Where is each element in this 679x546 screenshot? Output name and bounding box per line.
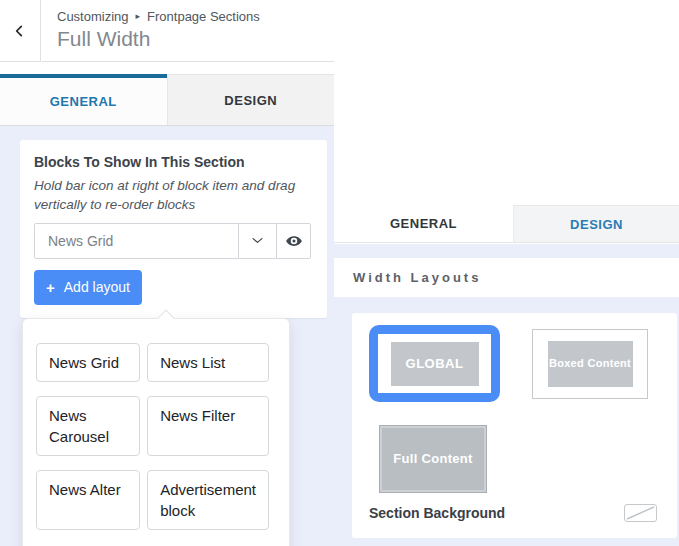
block-item-value[interactable]: News Grid: [35, 224, 238, 258]
layout-option-news-filter[interactable]: News Filter: [147, 396, 269, 456]
transparent-diagonal-icon: [626, 506, 655, 520]
blocks-card: Blocks To Show In This Section Hold bar …: [20, 140, 327, 318]
section-heading-band: Width Layouts: [334, 258, 679, 297]
width-layout-option-boxed-content[interactable]: Boxed Content: [532, 329, 648, 399]
global-option-label: GLOBAL: [391, 342, 479, 386]
width-layouts-row-1: GLOBAL Boxed Content: [369, 325, 657, 402]
block-item-row[interactable]: News Grid: [34, 223, 311, 259]
block-item-expand-button[interactable]: [238, 224, 276, 258]
breadcrumb-part: Customizing: [57, 9, 129, 24]
width-layout-option-global[interactable]: GLOBAL: [369, 325, 500, 402]
block-item-visibility-button[interactable]: [276, 224, 310, 258]
tab-general-right[interactable]: GENERAL: [334, 205, 513, 242]
page-title: Full Width: [57, 27, 334, 51]
breadcrumb-part: Frontpage Sections: [147, 9, 260, 24]
boxed-content-label: Boxed Content: [548, 341, 633, 387]
width-layouts-card: GLOBAL Boxed Content Full Content Sectio…: [352, 313, 677, 538]
tab-design-right[interactable]: DESIGN: [513, 205, 679, 242]
eye-icon: [285, 232, 303, 250]
width-layouts-heading: Width Layouts: [353, 270, 481, 285]
layout-option-news-carousel[interactable]: News Carousel: [36, 396, 140, 456]
blocks-card-heading: Blocks To Show In This Section: [34, 154, 311, 170]
tab-general-left[interactable]: GENERAL: [0, 74, 167, 125]
width-layouts-row-2: Full Content: [379, 425, 657, 493]
chevron-down-icon: [250, 233, 265, 248]
breadcrumb-separator-icon: ▸: [136, 12, 141, 21]
plus-icon: +: [46, 280, 55, 295]
breadcrumb: Customizing ▸ Frontpage Sections: [57, 9, 334, 24]
right-panel: GENERAL DESIGN Width Layouts GLOBAL Boxe…: [334, 0, 679, 546]
customizer-screen: { "header": { "breadcrumb": { "part1": "…: [0, 0, 679, 546]
add-layout-button[interactable]: + Add layout: [34, 270, 142, 305]
layout-option-news-grid[interactable]: News Grid: [36, 343, 140, 382]
left-tab-bar: GENERAL DESIGN: [0, 74, 334, 126]
section-background-label: Section Background: [369, 505, 505, 521]
layout-popup: News Grid News List News Carousel News F…: [22, 318, 290, 546]
blocks-card-description: Hold bar icon at right of block item and…: [34, 177, 311, 215]
layout-option-news-list[interactable]: News List: [147, 343, 269, 382]
back-button[interactable]: [0, 0, 41, 62]
panel-divider: [334, 244, 679, 258]
layout-popup-grid: News Grid News List News Carousel News F…: [36, 343, 269, 530]
chevron-left-icon: [12, 23, 28, 39]
header: Customizing ▸ Frontpage Sections Full Wi…: [42, 0, 334, 62]
layout-option-news-alter[interactable]: News Alter: [36, 470, 140, 530]
design-panel-body: GLOBAL Boxed Content Full Content Sectio…: [334, 297, 679, 546]
right-tab-bar: GENERAL DESIGN: [334, 205, 679, 243]
section-background-swatch[interactable]: [624, 504, 657, 522]
tab-design-left[interactable]: DESIGN: [167, 74, 335, 125]
global-option-frame: GLOBAL: [378, 334, 491, 393]
width-layout-option-full-content[interactable]: Full Content: [379, 425, 487, 493]
add-layout-label: Add layout: [64, 279, 130, 295]
layout-option-advertisement-block[interactable]: Advertisement block: [147, 470, 269, 530]
section-background-row: Section Background: [369, 504, 657, 522]
